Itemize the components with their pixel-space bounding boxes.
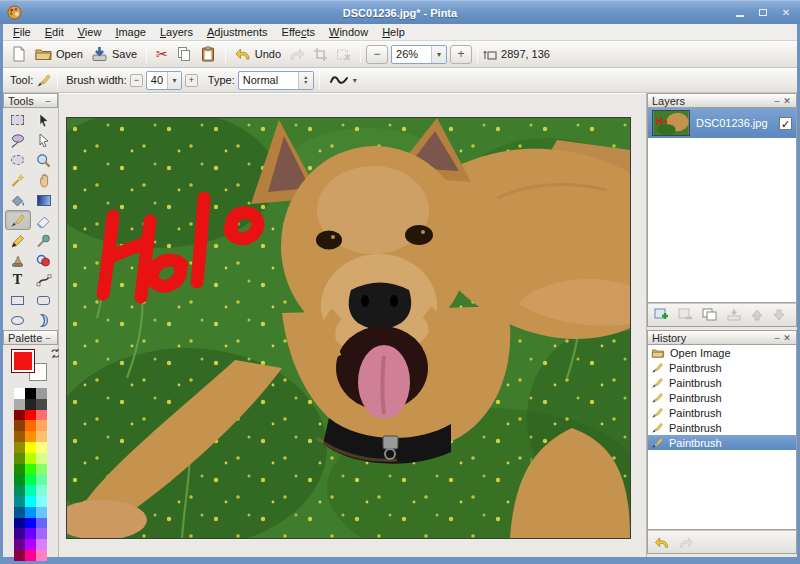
menu-file[interactable]: File — [6, 25, 38, 39]
brush-width-decrease-button[interactable]: − — [130, 74, 143, 87]
history-panel-close-icon[interactable]: ✕ — [782, 333, 792, 343]
palette-swatch[interactable] — [14, 420, 25, 431]
palette-swatch[interactable] — [36, 496, 47, 507]
palette-swatch[interactable] — [36, 442, 47, 453]
palette-swatch[interactable] — [25, 453, 36, 464]
palette-swatch[interactable] — [36, 550, 47, 561]
palette-swatch[interactable] — [36, 507, 47, 518]
layer-visibility-checkbox[interactable]: ✓ — [779, 117, 792, 130]
spinner-arrows-icon[interactable]: ▴▾ — [298, 72, 313, 89]
menu-effects[interactable]: Effects — [275, 25, 322, 39]
palette-swatch[interactable] — [25, 464, 36, 475]
copy-button[interactable] — [172, 44, 196, 64]
zoom-out-button[interactable]: − — [366, 45, 388, 64]
history-item[interactable]: Paintbrush — [648, 375, 796, 390]
title-bar[interactable]: DSC01236.jpg* - Pinta ✕ — [0, 0, 800, 24]
stroke-style-button[interactable]: ▾ — [325, 72, 361, 88]
move-layer-up-icon[interactable] — [750, 308, 764, 322]
tool-move-selected[interactable] — [31, 110, 57, 130]
chevron-down-icon[interactable]: ▾ — [431, 46, 446, 63]
canvas-image[interactable] — [66, 117, 631, 539]
history-item[interactable]: Paintbrush — [648, 435, 796, 450]
brush-width-spinner[interactable]: 40 ▾ — [146, 71, 182, 90]
canvas-area[interactable] — [59, 93, 646, 557]
layer-row[interactable]: DSC01236.jpg✓ — [648, 108, 796, 138]
history-item[interactable]: Paintbrush — [648, 405, 796, 420]
close-button[interactable]: ✕ — [779, 6, 793, 19]
tool-clone-stamp[interactable] — [5, 250, 31, 270]
palette-swatch[interactable] — [14, 507, 25, 518]
history-panel-minimize-icon[interactable]: – — [772, 333, 782, 343]
palette-swatch[interactable] — [36, 539, 47, 550]
new-image-button[interactable] — [7, 44, 31, 64]
tool-gradient[interactable] — [31, 190, 57, 210]
save-button[interactable]: Save — [87, 44, 141, 64]
history-item[interactable]: Paintbrush — [648, 360, 796, 375]
brush-width-increase-button[interactable]: + — [185, 74, 198, 87]
palette-swatch[interactable] — [14, 550, 25, 561]
palette-swatch[interactable] — [14, 539, 25, 550]
crop-to-selection-button[interactable] — [309, 45, 332, 64]
duplicate-layer-icon[interactable] — [702, 308, 718, 322]
palette-swatch[interactable] — [36, 410, 47, 421]
tool-color-picker[interactable] — [31, 230, 57, 250]
palette-swatch[interactable] — [25, 474, 36, 485]
open-button[interactable]: Open — [31, 44, 87, 64]
undo-button[interactable]: Undo — [231, 44, 285, 64]
palette-swatch[interactable] — [25, 399, 36, 410]
history-item[interactable]: Open Image — [648, 345, 796, 360]
palette-swatch[interactable] — [36, 388, 47, 399]
palette-swatch[interactable] — [25, 550, 36, 561]
tool-pencil[interactable] — [5, 230, 31, 250]
cut-button[interactable]: ✂ — [152, 45, 172, 63]
tool-freeform-shape[interactable] — [31, 310, 57, 330]
palette-swatch[interactable] — [36, 399, 47, 410]
history-item[interactable]: Paintbrush — [648, 390, 796, 405]
zoom-in-button[interactable]: + — [450, 45, 472, 64]
layers-panel-minimize-icon[interactable]: – — [772, 96, 782, 106]
history-undo-icon[interactable] — [654, 535, 670, 550]
palette-swatch[interactable] — [25, 507, 36, 518]
tool-pan[interactable] — [31, 170, 57, 190]
palette-swatch[interactable] — [36, 464, 47, 475]
zoom-level-combo[interactable]: 26% ▾ — [391, 45, 447, 64]
menu-view[interactable]: View — [71, 25, 109, 39]
palette-swatch[interactable] — [14, 518, 25, 529]
palette-swatch[interactable] — [25, 410, 36, 421]
palette-swatch[interactable] — [36, 420, 47, 431]
primary-color-swatch[interactable] — [11, 349, 35, 373]
tool-zoom[interactable] — [31, 150, 57, 170]
maximize-button[interactable] — [756, 6, 770, 19]
menu-adjustments[interactable]: Adjustments — [200, 25, 275, 39]
palette-swatch[interactable] — [36, 518, 47, 529]
chevron-down-icon[interactable]: ▾ — [167, 72, 181, 89]
menu-window[interactable]: Window — [322, 25, 375, 39]
palette-swatch[interactable] — [14, 410, 25, 421]
tool-text[interactable]: T — [5, 270, 31, 290]
minimize-button[interactable] — [733, 6, 747, 19]
tool-move-selection[interactable] — [31, 130, 57, 150]
menu-edit[interactable]: Edit — [38, 25, 71, 39]
palette-swatch[interactable] — [36, 474, 47, 485]
palette-swatch[interactable] — [25, 388, 36, 399]
palette-swatch[interactable] — [14, 388, 25, 399]
add-layer-icon[interactable] — [654, 308, 670, 322]
palette-swatch[interactable] — [14, 399, 25, 410]
palette-swatch[interactable] — [36, 528, 47, 539]
palette-swatch[interactable] — [14, 464, 25, 475]
palette-swatch[interactable] — [25, 442, 36, 453]
deselect-button[interactable] — [332, 45, 355, 64]
menu-image[interactable]: Image — [108, 25, 153, 39]
history-item[interactable]: Paintbrush — [648, 420, 796, 435]
palette-swatch[interactable] — [14, 485, 25, 496]
palette-swatch[interactable] — [25, 420, 36, 431]
delete-layer-icon[interactable] — [678, 308, 694, 322]
menu-help[interactable]: Help — [375, 25, 412, 39]
palette-swatch[interactable] — [36, 431, 47, 442]
palette-panel-minimize-icon[interactable]: – — [43, 333, 53, 343]
palette-swatch[interactable] — [36, 453, 47, 464]
history-redo-icon[interactable] — [678, 535, 694, 550]
tool-ellipse[interactable] — [5, 310, 31, 330]
palette-swatch[interactable] — [25, 528, 36, 539]
tool-ellipse-select[interactable] — [5, 150, 31, 170]
